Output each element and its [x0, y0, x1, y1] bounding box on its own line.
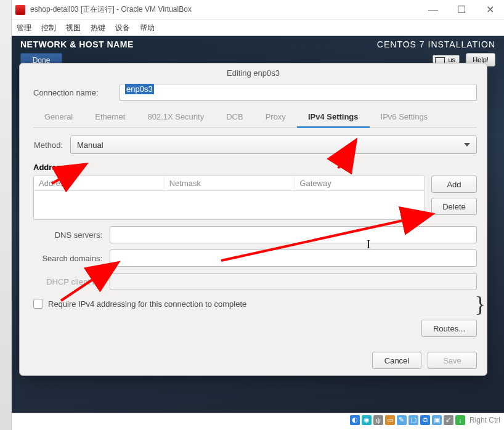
close-button[interactable]: ✕: [476, 0, 504, 20]
chevron-down-icon: [464, 143, 470, 147]
status-network-icon[interactable]: ⧉: [420, 415, 430, 425]
dhcp-client-id-label: DHCP client ID:: [33, 277, 110, 286]
connection-name-input[interactable]: enp0s3: [120, 84, 477, 101]
settings-tabs: General Ethernet 802.1X Security DCB Pro…: [33, 107, 477, 128]
tab-general[interactable]: General: [33, 107, 84, 128]
addresses-title: Addresses: [33, 163, 477, 172]
status-optical-icon[interactable]: ◉: [362, 415, 372, 425]
status-folder-icon[interactable]: ▭: [385, 415, 395, 425]
vm-display: NETWORK & HOST NAME Done CENTOS 7 INSTAL…: [12, 36, 504, 413]
window-title: eshop-detail03 [正在运行] - Oracle VM Virtua…: [30, 4, 419, 15]
routes-button[interactable]: Routes...: [421, 320, 477, 337]
dns-input[interactable]: [110, 226, 477, 243]
add-button[interactable]: Add: [431, 176, 477, 193]
connection-name-label: Connection name:: [33, 88, 120, 97]
minimize-button[interactable]: —: [419, 0, 447, 20]
tab-dcb[interactable]: DCB: [215, 107, 254, 128]
virtualbox-window: eshop-detail03 [正在运行] - Oracle VM Virtua…: [11, 0, 504, 430]
status-record-icon[interactable]: ▣: [432, 415, 442, 425]
product-title: CENTOS 7 INSTALLATION: [377, 39, 495, 49]
menu-hotkeys[interactable]: 热键: [91, 23, 105, 33]
tab-ipv4[interactable]: IPv4 Settings: [297, 107, 370, 128]
status-usb-icon[interactable]: ψ: [373, 415, 383, 425]
host-key-label: Right Ctrl: [469, 416, 500, 424]
window-titlebar[interactable]: eshop-detail03 [正在运行] - Oracle VM Virtua…: [12, 0, 504, 20]
text-cursor-icon: I: [367, 238, 370, 251]
status-harddisk-icon[interactable]: ◐: [350, 415, 360, 425]
maximize-button[interactable]: ☐: [447, 0, 476, 20]
dhcp-client-id-input: [110, 273, 477, 290]
addresses-table[interactable]: Address Netmask Gateway: [33, 176, 425, 220]
dialog-title: Editing enp0s3: [20, 63, 487, 84]
tab-ethernet[interactable]: Ethernet: [84, 107, 136, 128]
save-button[interactable]: Save: [428, 352, 477, 369]
col-gateway: Gateway: [295, 176, 425, 190]
virtualbox-icon: [15, 5, 25, 15]
tab-proxy[interactable]: Proxy: [254, 107, 297, 128]
status-mouse-icon[interactable]: ↙: [444, 415, 453, 425]
col-address: Address: [34, 176, 165, 190]
menu-manage[interactable]: 管理: [17, 23, 31, 33]
dns-label: DNS servers:: [33, 230, 110, 240]
require-ipv4-checkbox[interactable]: [33, 299, 43, 309]
tab-ipv6[interactable]: IPv6 Settings: [370, 107, 439, 128]
menubar: 管理 控制 视图 热键 设备 帮助: [12, 20, 504, 36]
status-clipboard-icon[interactable]: ✎: [397, 415, 407, 425]
menu-control[interactable]: 控制: [41, 23, 56, 33]
menu-devices[interactable]: 设备: [115, 23, 130, 33]
method-label: Method:: [33, 140, 70, 150]
status-power-icon[interactable]: ↓: [455, 415, 465, 425]
tab-8021x[interactable]: 802.1X Security: [136, 107, 215, 128]
vm-statusbar: ◐ ◉ ψ ▭ ✎ ▢ ⧉ ▣ ↙ ↓ Right Ctrl: [12, 413, 504, 426]
menu-view[interactable]: 视图: [66, 23, 81, 33]
menu-help[interactable]: 帮助: [140, 23, 155, 33]
method-value: Manual: [77, 140, 104, 150]
delete-button[interactable]: Delete: [431, 198, 477, 215]
require-ipv4-label: Require IPv4 addressing for this connect…: [48, 299, 246, 309]
cancel-button[interactable]: Cancel: [372, 352, 421, 369]
method-dropdown[interactable]: Manual: [70, 136, 477, 154]
edit-connection-dialog: Editing enp0s3 Connection name: enp0s3 G…: [19, 63, 487, 376]
search-domains-label: Search domains:: [33, 254, 110, 263]
status-display-icon[interactable]: ▢: [408, 415, 418, 425]
search-domains-input[interactable]: [110, 249, 477, 267]
section-title: NETWORK & HOST NAME: [20, 39, 134, 49]
brace-glyph: }: [475, 291, 486, 317]
col-netmask: Netmask: [165, 176, 295, 190]
